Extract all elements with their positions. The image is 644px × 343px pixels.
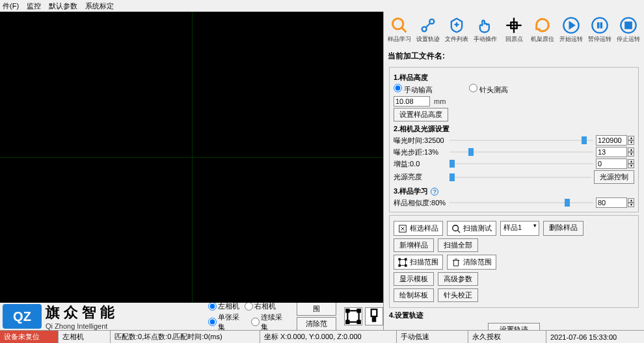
set-height-button[interactable]: 设置样品高度	[394, 108, 448, 121]
svg-rect-29	[399, 258, 401, 260]
status-device: 设备未复位	[0, 331, 59, 343]
menubar: 件(F) 监控 默认参数 系统标定	[0, 0, 644, 12]
svg-rect-5	[371, 309, 377, 316]
exposure-time-slider[interactable]	[449, 136, 593, 145]
svg-rect-4	[358, 321, 360, 324]
brush-icon[interactable]	[365, 307, 383, 325]
similarity-input[interactable]	[596, 197, 627, 208]
exposure-step-label: 曝光步距:13%	[394, 147, 447, 157]
tool-learn[interactable]: 样品学习	[385, 13, 414, 47]
tool-file-list[interactable]: 文件列表	[442, 13, 471, 47]
left-pane: QZ 旗众智能 Qi Zhong Intelligent 左相机 右相机 单张采…	[0, 12, 383, 330]
sec4-title: 4.设置轨迹	[389, 311, 639, 320]
similarity-label: 样品相似度:80%	[394, 198, 447, 208]
adv-params-button[interactable]: 高级参数	[438, 272, 478, 286]
camera-canvas[interactable]	[0, 12, 383, 303]
svg-line-27	[458, 230, 461, 233]
new-sample-button[interactable]: 新增样品	[394, 238, 434, 252]
exposure-step-input[interactable]	[596, 147, 627, 157]
height-unit: mm	[434, 97, 446, 105]
spin-up[interactable]: ▴	[628, 198, 634, 203]
status-datetime: 2021-07-06 15:33:00	[546, 331, 644, 343]
sec3-title: 3.样品学习?	[394, 186, 634, 196]
tool-set-track[interactable]: 设置轨迹	[414, 13, 442, 47]
svg-line-10	[402, 28, 407, 32]
set-track-button[interactable]: 设置轨迹	[488, 323, 540, 330]
spin-down[interactable]: ▾	[628, 203, 634, 207]
menu-default-params[interactable]: 默认参数	[49, 1, 77, 11]
status-license: 永久授权	[468, 331, 546, 343]
logo-en: Qi Zhong Intelligent	[46, 322, 118, 330]
status-match: 匹配数:0,坏点数:0,匹配时间:0(ms)	[111, 331, 260, 343]
svg-rect-24	[625, 22, 631, 28]
current-file-label: 当前加工文件名:	[384, 48, 644, 64]
spin-down[interactable]: ▾	[628, 140, 634, 145]
scan-all-button[interactable]: 扫描全部	[438, 238, 478, 252]
status-coord: 坐标 X:0.000, Y:0.000, Z:0.000	[260, 331, 397, 343]
svg-rect-32	[405, 264, 407, 266]
svg-rect-33	[454, 260, 459, 266]
logo-mark: QZ	[3, 304, 42, 329]
toolbar: 样品学习 设置轨迹 文件列表 手动操作 回原点 机架原位 开始运转 暂停运转 停…	[384, 12, 644, 48]
logo: QZ 旗众智能 Qi Zhong Intelligent	[0, 303, 204, 330]
exposure-time-input[interactable]	[596, 135, 627, 146]
light-slider[interactable]	[449, 173, 591, 182]
exposure-step-slider[interactable]	[449, 147, 593, 157]
single-capture-radio[interactable]: 单张采集	[208, 312, 246, 332]
gain-label: 增益:0.0	[394, 159, 447, 169]
tool-start[interactable]: 开始运转	[557, 13, 585, 47]
svg-point-9	[393, 19, 403, 29]
sec1-title: 1.样品高度	[394, 73, 634, 83]
draw-bad-button[interactable]: 绘制坏板	[394, 288, 434, 302]
menu-file[interactable]: 件(F)	[3, 1, 19, 11]
delete-sample-button[interactable]: 删除样品	[543, 221, 584, 236]
status-left-cam: 左相机	[59, 331, 111, 343]
tool-home[interactable]: 回原点	[500, 13, 528, 47]
scan-test-button[interactable]: 扫描测试	[447, 221, 496, 236]
svg-marker-19	[570, 22, 574, 28]
probe-height-radio[interactable]: 针头测高	[469, 84, 515, 95]
menu-system-set[interactable]: 系统标定	[85, 1, 114, 11]
scan-range-button2[interactable]: 扫描范围	[394, 255, 443, 270]
svg-point-26	[453, 225, 459, 231]
status-manual: 手动低速	[397, 331, 468, 343]
exposure-time-label: 曝光时间:32500	[394, 136, 447, 146]
show-template-button[interactable]: 显示模板	[394, 272, 434, 286]
light-label: 光源亮度	[394, 172, 447, 182]
height-input[interactable]	[394, 96, 430, 107]
info-icon[interactable]: ?	[431, 188, 438, 196]
svg-rect-30	[405, 258, 407, 260]
manual-height-radio[interactable]: 手动输高	[394, 84, 439, 95]
svg-rect-31	[399, 264, 401, 266]
needle-cal-button[interactable]: 针头校正	[438, 288, 478, 302]
similarity-slider[interactable]	[449, 198, 593, 207]
gain-input[interactable]	[596, 159, 627, 169]
svg-rect-2	[358, 309, 360, 312]
gain-slider[interactable]	[449, 159, 593, 168]
svg-rect-1	[346, 309, 349, 312]
tool-manual[interactable]: 手动操作	[471, 13, 500, 47]
fit-rect-icon[interactable]	[344, 307, 362, 325]
tool-home2[interactable]: 机架原位	[528, 13, 557, 47]
right-pane: 样品学习 设置轨迹 文件列表 手动操作 回原点 机架原位 开始运转 暂停运转 停…	[383, 12, 644, 330]
svg-point-20	[592, 18, 607, 32]
clear-range-button2[interactable]: 清除范围	[447, 255, 496, 270]
spin-down[interactable]: ▾	[628, 164, 634, 168]
spin-up[interactable]: ▴	[628, 136, 634, 140]
sec2-title: 2.相机及光源设置	[394, 124, 634, 134]
crosshair-vertical	[192, 12, 193, 303]
svg-rect-3	[346, 321, 349, 324]
tool-stop[interactable]: 停止运转	[614, 13, 643, 47]
continuous-capture-radio[interactable]: 连续采集	[251, 312, 289, 332]
spin-up[interactable]: ▴	[628, 159, 634, 164]
select-sample-button[interactable]: 框选样品	[394, 221, 443, 236]
tool-pause[interactable]: 暂停运转	[585, 13, 614, 47]
menu-monitor[interactable]: 监控	[27, 1, 41, 11]
spin-down[interactable]: ▾	[628, 152, 634, 157]
spin-up[interactable]: ▴	[628, 147, 634, 152]
light-control-button[interactable]: 光源控制	[594, 170, 634, 184]
logo-cn: 旗众智能	[46, 303, 118, 322]
statusbar: 设备未复位 左相机 匹配数:0,坏点数:0,匹配时间:0(ms) 坐标 X:0.…	[0, 330, 644, 343]
sample-dropdown[interactable]: 样品1	[500, 221, 539, 236]
